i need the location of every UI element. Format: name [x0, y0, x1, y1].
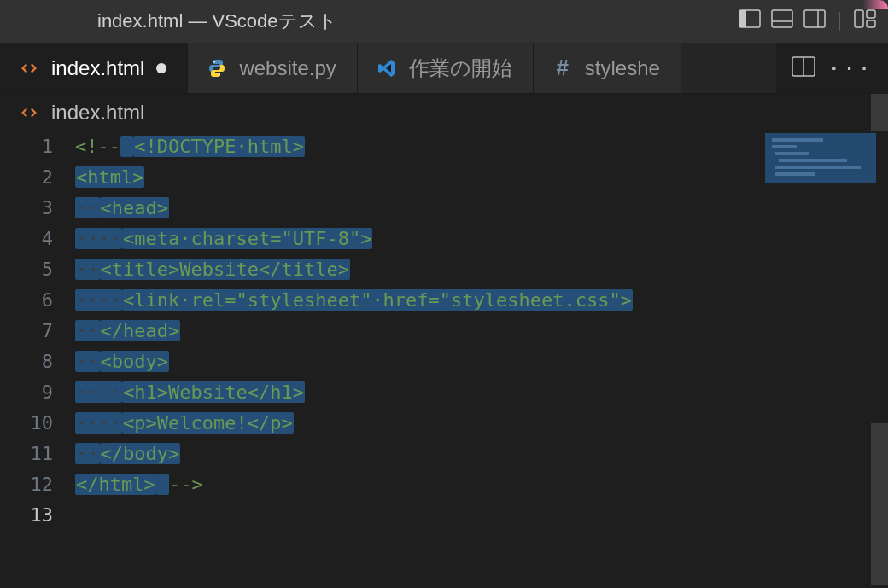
line-number: 8: [0, 346, 53, 377]
hash-file-icon: #: [552, 58, 573, 79]
code-line[interactable]: ··</body>: [75, 439, 633, 469]
window-corner-decoration: [862, 0, 888, 9]
tab-label: website.py: [239, 56, 336, 80]
more-actions-icon[interactable]: ···: [827, 55, 873, 81]
line-number: 5: [0, 254, 53, 285]
tab-index.html[interactable]: index.html: [0, 43, 188, 93]
title-bar: index.html — VScodeテスト: [0, 0, 888, 43]
minimap[interactable]: [765, 133, 876, 183]
code-line[interactable]: ····<p>Welcome!</p>: [75, 408, 633, 439]
tab-label: styleshe: [585, 56, 660, 80]
code-line[interactable]: ··<head>: [75, 193, 633, 224]
scrollbar-mark: [871, 94, 888, 131]
svg-rect-6: [855, 10, 863, 27]
customize-layout-icon[interactable]: [854, 9, 876, 33]
line-number: 1: [0, 131, 53, 162]
code-line[interactable]: ····<h1>Website</h1>: [75, 377, 633, 408]
code-line[interactable]: <html>: [75, 162, 633, 193]
svg-point-10: [219, 73, 220, 75]
line-number: 7: [0, 316, 53, 346]
tab-website.py[interactable]: website.py: [188, 43, 357, 93]
tab-bar: index.html website.py 作業の開始 # styleshe ·…: [0, 43, 888, 94]
line-number: 9: [0, 377, 53, 408]
window-title: index.html — VScodeテスト: [97, 9, 337, 34]
editor[interactable]: 12345678910111213 <!-- <!DOCTYPE·html><h…: [0, 131, 888, 531]
svg-rect-1: [739, 10, 746, 27]
code-line[interactable]: </html> -->: [75, 469, 633, 500]
vertical-scrollbar[interactable]: [871, 94, 888, 588]
svg-rect-4: [804, 10, 825, 27]
code-line[interactable]: ····<link·rel="stylesheet"·href="stylesh…: [75, 285, 633, 316]
panel-left-icon[interactable]: [739, 9, 761, 33]
line-number: 4: [0, 224, 53, 254]
html-file-icon: [19, 102, 39, 123]
code-line[interactable]: ··</head>: [75, 316, 633, 346]
line-number-gutter: 12345678910111213: [0, 131, 75, 531]
svg-rect-7: [867, 10, 875, 18]
line-number: 10: [0, 408, 53, 439]
code-line[interactable]: ····<meta·charset="UTF-8">: [75, 224, 633, 254]
code-line[interactable]: [75, 500, 633, 531]
html-file-icon: [19, 58, 39, 79]
code-line[interactable]: <!-- <!DOCTYPE·html>: [75, 131, 633, 162]
line-number: 3: [0, 193, 53, 224]
line-number: 2: [0, 162, 53, 193]
panel-bottom-icon[interactable]: [771, 9, 793, 33]
dirty-indicator-icon: [156, 63, 166, 73]
line-number: 13: [0, 500, 53, 531]
svg-rect-2: [772, 10, 792, 27]
layout-divider: [839, 12, 840, 31]
panel-right-icon[interactable]: [803, 9, 826, 33]
code-area[interactable]: <!-- <!DOCTYPE·html><html>··<head>····<m…: [75, 131, 633, 531]
svg-rect-8: [867, 20, 875, 27]
breadcrumb[interactable]: index.html: [0, 94, 888, 131]
tab-actions: ···: [776, 43, 888, 93]
line-number: 11: [0, 439, 53, 469]
split-editor-icon[interactable]: [792, 56, 815, 80]
line-number: 6: [0, 285, 53, 316]
code-line[interactable]: ··<body>: [75, 346, 633, 377]
layout-controls: [739, 9, 876, 33]
line-number: 12: [0, 469, 53, 500]
svg-point-9: [213, 61, 215, 62]
vscode-file-icon: [377, 58, 397, 79]
breadcrumb-file: index.html: [51, 101, 144, 125]
tab-styleshe[interactable]: # styleshe: [534, 43, 681, 93]
python-file-icon: [207, 58, 227, 79]
tab-label: 作業の開始: [409, 55, 512, 82]
tab-label: index.html: [51, 56, 144, 80]
tab-作業の開始[interactable]: 作業の開始: [358, 43, 534, 93]
scrollbar-thumb[interactable]: [871, 423, 888, 585]
code-line[interactable]: ··<title>Website</title>: [75, 254, 633, 285]
